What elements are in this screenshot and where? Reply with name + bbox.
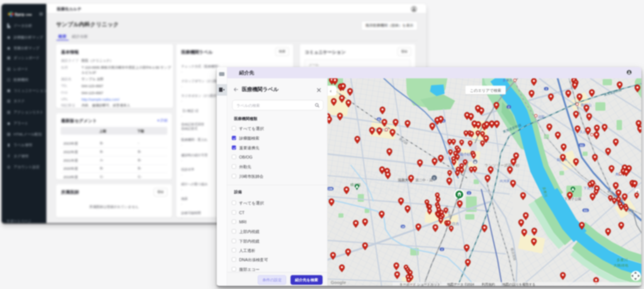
- svg-text:14: 14: [401, 225, 404, 228]
- svg-text:多摩川: 多摩川: [617, 258, 628, 262]
- svg-text:CRM: CRM: [25, 13, 32, 17]
- svg-text:‹: ‹: [330, 88, 331, 94]
- svg-text:文: 文: [433, 177, 436, 180]
- svg-text:大橋緑地: 大橋緑地: [613, 263, 629, 267]
- svg-text:311: 311: [584, 209, 588, 212]
- svg-text:法政大学 第二中・高: 法政大学 第二中・高: [398, 178, 433, 182]
- svg-text:沼部: 沼部: [538, 115, 545, 119]
- svg-text:2: 2: [468, 192, 470, 194]
- svg-text:多摩川: 多摩川: [503, 78, 513, 82]
- svg-text:向河原: 向河原: [500, 179, 510, 183]
- svg-text:foro: foro: [15, 12, 24, 17]
- svg-text:下丸子公園: 下丸子公園: [564, 197, 581, 201]
- svg-text:このエリアで検索: このエリアで検索: [470, 88, 501, 93]
- svg-text:▣: ▣: [474, 161, 477, 164]
- svg-text:2: 2: [441, 248, 443, 251]
- svg-text:Google: Google: [331, 280, 346, 285]
- svg-text:キーボード ショートカット 地図データ ©2024 利: キーボード ショートカット 地図データ ©2024 利用規約 地図の誤りを報告す…: [399, 282, 535, 286]
- svg-text:106: 106: [328, 188, 333, 190]
- svg-text:41: 41: [377, 118, 381, 121]
- svg-text:311: 311: [580, 144, 584, 147]
- svg-text:2: 2: [508, 106, 510, 108]
- svg-text:2: 2: [545, 88, 547, 90]
